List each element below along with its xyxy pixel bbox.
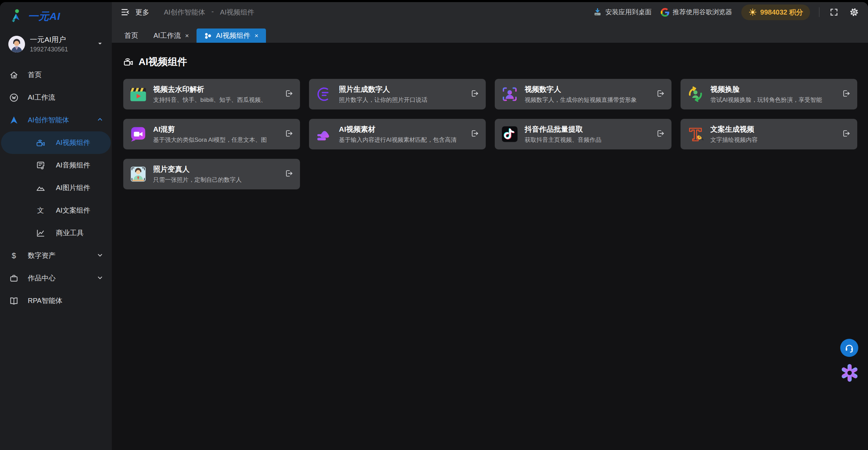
sidebar-subitem-label: AI音频组件: [56, 161, 90, 170]
sidebar-item-ai-agent[interactable]: AI创作智能体: [0, 109, 112, 131]
card-title: 视频换脸: [710, 84, 838, 94]
home-icon: [9, 70, 19, 80]
user-row[interactable]: 一元AI用户 19927430561: [0, 35, 112, 53]
customer-service-button[interactable]: [840, 339, 858, 357]
chevron-down-icon: [97, 274, 103, 282]
open-external-icon[interactable]: [842, 89, 851, 99]
sidebar-subitem-label: AI视频组件: [56, 138, 90, 147]
header-top-row: 更多 AI创作智能体 - AI视频组件 安装应用到桌面: [112, 2, 868, 22]
open-external-icon[interactable]: [470, 129, 479, 139]
audio-component-icon: [36, 161, 45, 170]
tab-label: 首页: [124, 31, 138, 40]
points-medal-icon: [748, 8, 757, 17]
video-title-icon: [123, 57, 134, 67]
sidebar-subitem-ai-copy[interactable]: 文 AI文案组件: [1, 199, 111, 222]
tab-home[interactable]: 首页: [117, 28, 146, 43]
main-content: AI视频组件 视频去水印解析 支持抖音、快手、biibili、知乎、西瓜视频、: [112, 43, 868, 450]
app-window: 一元AI 一元AI用户 19927430561: [0, 2, 868, 450]
breadcrumb-separator: -: [211, 8, 214, 17]
collapse-menu-icon[interactable]: [120, 7, 131, 17]
sidebar-subitem-business-tools[interactable]: 商业工具: [1, 222, 111, 244]
sidebar-item-label: AI工作流: [28, 93, 55, 102]
card-text-to-video[interactable]: 文案生成视频 文字描绘视频内容: [681, 119, 857, 149]
page-title-text: AI视频组件: [139, 55, 187, 68]
card-title: AI混剪: [153, 124, 281, 134]
card-desc: 只需一张照片，定制自己的数字人: [153, 176, 281, 184]
card-desc: 尝试AI视频换脸，玩转角色扮演，享受智能: [710, 96, 838, 104]
sidebar-subitem-ai-image[interactable]: AI图片组件: [1, 177, 111, 199]
fullscreen-icon[interactable]: [828, 7, 840, 18]
card-ai-clip[interactable]: AI混剪 基于强大的类似Sora AI模型，任意文本、图: [123, 119, 300, 149]
ai-assistant-pinwheel-icon: [840, 363, 860, 383]
chart-icon: [36, 228, 45, 238]
brand-name: 一元AI: [28, 9, 60, 24]
user-name: 一元AI用户: [30, 35, 68, 44]
google-icon: [661, 8, 669, 17]
headset-icon: [844, 343, 854, 353]
google-browser-label: 推荐使用谷歌浏览器: [673, 8, 732, 17]
open-external-icon[interactable]: [470, 89, 479, 99]
points-badge[interactable]: 9984032 积分: [741, 5, 810, 20]
card-desc: 文字描绘视频内容: [710, 136, 838, 144]
card-video-digital-human[interactable]: 视频数字人 视频数字人，生成你的短视频直播带货形象: [495, 79, 671, 109]
card-photo-to-human[interactable]: 照片变真人 只需一张照片，定制自己的数字人: [123, 159, 300, 189]
tab-label: AI视频组件: [216, 31, 250, 40]
chevron-up-icon: [97, 116, 103, 124]
tab-ai-video[interactable]: AI视频组件 ×: [197, 28, 266, 43]
breadcrumb-parent[interactable]: AI创作智能体: [164, 8, 205, 17]
ai-agent-arrow-icon: [9, 115, 19, 125]
card-face-swap[interactable]: 视频换脸 尝试AI视频换脸，玩转角色扮演，享受智能: [681, 79, 857, 109]
sidebar-menu: 首页 AI工作流 AI创作智能体: [0, 64, 112, 312]
brand-logo-icon: [8, 8, 24, 24]
open-external-icon[interactable]: [656, 89, 665, 99]
image-component-icon: [36, 183, 45, 193]
open-external-icon[interactable]: [285, 129, 294, 139]
avatar: [8, 36, 25, 52]
tab-close-icon[interactable]: ×: [254, 32, 258, 40]
svg-text:$: $: [12, 251, 16, 260]
sidebar-item-label: 作品中心: [28, 273, 56, 283]
sidebar-item-home[interactable]: 首页: [0, 64, 112, 86]
card-desc: 支持抖音、快手、biibili、知乎、西瓜视频、: [153, 96, 281, 104]
open-external-icon[interactable]: [656, 129, 665, 139]
douyin-icon: [500, 125, 519, 144]
header: 更多 AI创作智能体 - AI视频组件 安装应用到桌面: [112, 2, 868, 43]
sidebar-subitem-ai-audio[interactable]: AI音频组件: [1, 154, 111, 177]
install-desktop-button[interactable]: 安装应用到桌面: [593, 8, 652, 17]
ai-clip-icon: [129, 125, 148, 144]
open-external-icon[interactable]: [285, 89, 294, 99]
card-photo-digital-human[interactable]: 照片生成数字人 照片数字人，让你的照片开口说话: [309, 79, 486, 109]
sidebar-subitem-label: AI图片组件: [56, 183, 90, 193]
card-title: AI视频素材: [339, 124, 466, 134]
more-button[interactable]: 更多: [135, 8, 149, 17]
ai-assistant-button[interactable]: [840, 363, 860, 383]
card-desc: 基于输入内容进行AI视频素材匹配，包含高清: [339, 136, 466, 144]
sidebar-subitem-ai-video[interactable]: AI视频组件: [1, 131, 111, 154]
header-right: 安装应用到桌面 推荐使用谷歌浏览器: [593, 5, 860, 20]
open-external-icon[interactable]: [285, 169, 294, 179]
card-video-watermark[interactable]: 视频去水印解析 支持抖音、快手、biibili、知乎、西瓜视频、: [123, 79, 300, 109]
install-desktop-label: 安装应用到桌面: [606, 8, 652, 17]
sidebar-item-works-center[interactable]: 作品中心: [0, 267, 112, 289]
user-phone: 19927430561: [30, 46, 68, 53]
copywriting-icon: 文: [36, 206, 45, 215]
open-external-icon[interactable]: [842, 129, 851, 139]
brand-logo[interactable]: 一元AI: [0, 2, 112, 24]
install-desktop-icon: [593, 8, 602, 17]
sidebar-item-workflow[interactable]: AI工作流: [0, 86, 112, 109]
sidebar-item-label: AI创作智能体: [28, 115, 69, 125]
sidebar-item-digital-assets[interactable]: $ 数字资产: [0, 244, 112, 267]
settings-gear-icon[interactable]: [849, 7, 860, 18]
page-title: AI视频组件: [123, 55, 860, 68]
google-browser-button[interactable]: 推荐使用谷歌浏览器: [661, 8, 732, 17]
card-desc: 基于强大的类似Sora AI模型，任意文本、图: [153, 136, 281, 144]
sidebar-item-rpa[interactable]: RPA智能体: [0, 289, 112, 312]
card-douyin-batch[interactable]: 抖音作品批量提取 获取抖音主页视频、音频作品: [495, 119, 671, 149]
tab-workflow[interactable]: AI工作流 ×: [146, 28, 197, 43]
card-desc: 视频数字人，生成你的短视频直播带货形象: [525, 96, 652, 104]
user-chevron-down-icon[interactable]: [97, 41, 103, 48]
card-video-material[interactable]: AI视频素材 基于输入内容进行AI视频素材匹配，包含高清: [309, 119, 486, 149]
video-material-icon: [315, 125, 333, 144]
tab-close-icon[interactable]: ×: [185, 32, 189, 40]
breadcrumb-current: AI视频组件: [220, 8, 254, 17]
